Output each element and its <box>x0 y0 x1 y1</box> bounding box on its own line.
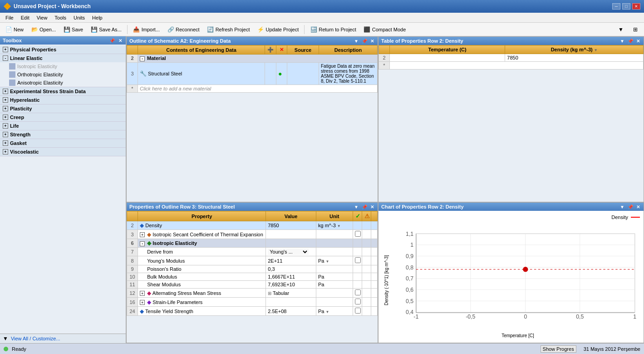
expand-elastic-icon[interactable]: - <box>140 241 145 246</box>
check-d <box>353 248 362 256</box>
yield-value[interactable]: 2.5E+08 <box>266 307 316 316</box>
menu-tools[interactable]: Tools <box>51 14 70 21</box>
density-dropdown-icon[interactable]: ▼ <box>594 48 598 52</box>
youngs-value[interactable]: 2E+11 <box>266 256 316 265</box>
view-all-link[interactable]: View All / Customize... <box>11 336 60 341</box>
close-button[interactable]: ✕ <box>632 3 640 10</box>
table-row[interactable]: 11 Shear Modulus 7,6923E+10 Pa <box>127 281 378 289</box>
expand-strain-icon[interactable]: + <box>140 300 145 305</box>
tb-item-isotropic[interactable]: Isotropic Elasticity <box>0 62 126 70</box>
compact-button[interactable]: ⬛ Compact Mode <box>360 25 409 35</box>
save-button[interactable]: 💾 Save <box>60 25 86 35</box>
check-e <box>362 256 371 265</box>
new-button[interactable]: 📄 New <box>2 25 27 35</box>
props-dropdown[interactable]: ▼ <box>353 204 359 209</box>
group-creep-header[interactable]: + Creep <box>0 113 126 121</box>
chart-pin[interactable]: 📌 <box>627 204 634 209</box>
unit-dropdown-icon[interactable]: ▼ <box>337 224 341 228</box>
property-name: ◆ Tensile Yield Strength <box>138 307 266 316</box>
group-strength-header[interactable]: + Strength <box>0 130 126 139</box>
menu-view[interactable]: View <box>33 14 51 21</box>
saveas-button[interactable]: 💾 Save As... <box>87 25 125 35</box>
derive-value[interactable]: Young's ... <box>266 248 316 256</box>
table-row[interactable]: 24 ◆ Tensile Yield Strength 2.5E+08 Pa ▼ <box>127 307 378 316</box>
toolbox-close-button[interactable]: ✕ <box>118 38 123 43</box>
menu-units[interactable]: Units <box>70 14 88 21</box>
collapse-icon[interactable]: - <box>140 56 145 61</box>
table-row[interactable]: 10 Bulk Modulus 1,6667E+11 Pa <box>127 273 378 281</box>
return-button[interactable]: 🔙 Return to Project <box>307 25 359 35</box>
stress-value[interactable]: ⊞ Tabular <box>266 289 316 298</box>
expand-stress-icon[interactable]: + <box>140 291 145 296</box>
table-row[interactable]: 12 + ◆ Alternating Stress Mean Stress ⊞ … <box>127 289 378 298</box>
shear-value[interactable]: 7,6923E+10 <box>266 281 316 289</box>
outline-close-button[interactable]: ✕ <box>369 39 375 44</box>
refresh-button[interactable]: 🔄 Refresh Project <box>204 25 253 35</box>
check-d-input[interactable] <box>355 231 361 237</box>
prop-table-close[interactable]: ✕ <box>635 39 641 44</box>
minimize-button[interactable]: ─ <box>612 3 620 10</box>
table-row[interactable]: 7 Derive from Young's ... <box>127 248 378 256</box>
update-button[interactable]: ⚡ Update Project <box>254 25 302 35</box>
group-linear-elastic-header[interactable]: - Linear Elastic <box>0 54 126 62</box>
reconnect-button[interactable]: 🔗 Reconnect <box>164 25 203 35</box>
poisson-value[interactable]: 0,3 <box>266 265 316 273</box>
table-row[interactable]: 2 7850 <box>379 54 644 62</box>
tb-item-orthotropic[interactable]: Orthotropic Elasticity <box>0 70 126 79</box>
outline-panel-controls: ▼ 📌 ✕ <box>353 39 375 44</box>
table-row[interactable]: 3 🔧 Structural Steel ● Fati <box>127 62 378 85</box>
props-close[interactable]: ✕ <box>369 204 375 209</box>
menu-edit[interactable]: Edit <box>17 14 33 21</box>
table-row[interactable]: 2 ◆ Density 7850 kg m^-3 ▼ <box>127 221 378 230</box>
group-viscoelastic-header[interactable]: + Viscoelastic <box>0 148 126 156</box>
expand-thermal-icon[interactable]: + <box>140 232 145 237</box>
maximize-button[interactable]: □ <box>622 3 630 10</box>
props-panel-controls: ▼ 📌 ✕ <box>353 204 375 209</box>
material-group-label: - Material <box>138 55 378 63</box>
table-row[interactable]: 8 Young's Modulus 2E+11 Pa ▼ <box>127 256 378 265</box>
table-row[interactable]: 3 + ◆ Isotropic Secant Coefficient of Th… <box>127 230 378 239</box>
grid-button[interactable]: ⊞ <box>629 25 642 35</box>
elastic-unit <box>316 239 353 248</box>
group-physical-properties-header[interactable]: + Physical Properties <box>0 45 126 54</box>
filter-button[interactable]: ▼ <box>614 25 628 35</box>
add-material-cell[interactable]: Click here to add a new material <box>138 85 378 92</box>
temperature-cell[interactable] <box>390 54 505 62</box>
chart-dropdown[interactable]: ▼ <box>619 204 625 209</box>
group-gasket-header[interactable]: + Gasket <box>0 139 126 147</box>
check-d-input[interactable] <box>355 289 361 295</box>
group-hyperelastic-header[interactable]: + Hyperelastic <box>0 96 126 104</box>
menu-help[interactable]: Help <box>88 14 106 21</box>
group-life-header[interactable]: + Life <box>0 122 126 130</box>
unit-dropdown[interactable]: ▼ <box>326 259 329 264</box>
check-d-input[interactable] <box>355 299 361 304</box>
table-row[interactable]: 16 + ◆ Strain-Life Parameters <box>127 298 378 307</box>
table-row[interactable]: 9 Poisson's Ratio 0,3 <box>127 265 378 273</box>
check-d-input[interactable] <box>355 308 361 314</box>
derive-select[interactable]: Young's ... <box>268 249 309 255</box>
col-scroll <box>371 211 377 221</box>
strain-value[interactable] <box>266 298 316 307</box>
table-row[interactable]: * Click here to add a new material <box>127 85 378 92</box>
import-button[interactable]: 📥 Import... <box>130 25 163 35</box>
tb-item-anisotropic[interactable]: Anisotropic Elasticity <box>0 79 126 87</box>
yield-unit-dropdown[interactable]: ▼ <box>326 310 329 314</box>
bulk-value[interactable]: 1,6667E+11 <box>266 273 316 281</box>
chart-close[interactable]: ✕ <box>635 204 641 209</box>
group-experimental-header[interactable]: + Experimental Stress Strain Data <box>0 87 126 95</box>
density-value[interactable]: 7850 <box>266 221 316 230</box>
open-button[interactable]: 📂 Open... <box>28 25 59 35</box>
density-value-cell[interactable]: 7850 <box>505 54 644 62</box>
toolbox-pin-button[interactable]: 📌 <box>108 38 116 43</box>
thermal-value[interactable] <box>266 230 316 239</box>
table-row[interactable]: 6 - ◆ Isotropic Elasticity <box>127 239 378 248</box>
menu-file[interactable]: File <box>2 14 17 21</box>
scroll-cell <box>371 265 377 273</box>
outline-pin-button[interactable]: 📌 <box>361 39 368 44</box>
group-plasticity-header[interactable]: + Plasticity <box>0 105 126 113</box>
outline-dropdown-button[interactable]: ▼ <box>353 39 359 44</box>
prop-table-pin[interactable]: 📌 <box>627 39 634 44</box>
prop-table-dropdown[interactable]: ▼ <box>619 39 625 44</box>
check-d-input[interactable] <box>355 257 361 263</box>
props-pin[interactable]: 📌 <box>361 204 368 209</box>
